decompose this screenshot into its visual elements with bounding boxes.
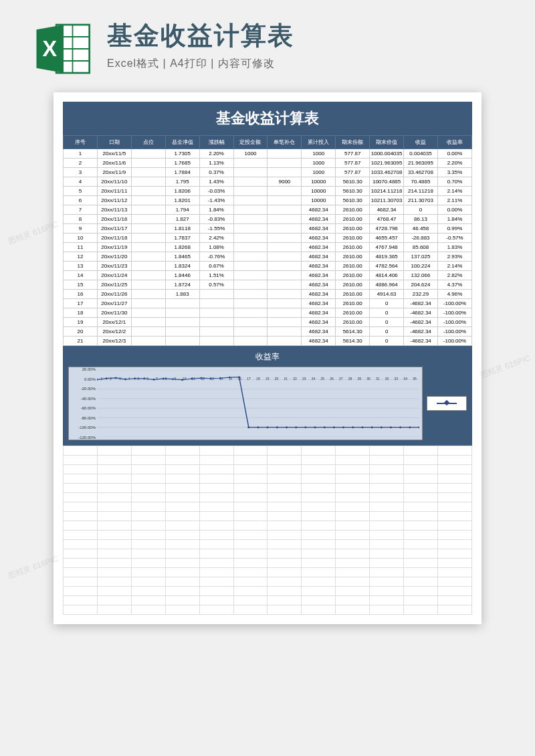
empty-cell (404, 596, 438, 605)
empty-cell (302, 549, 336, 559)
table-cell: 18 (64, 308, 98, 318)
empty-cell (302, 474, 336, 484)
table-cell (131, 196, 165, 205)
table-cell: 0.57% (199, 280, 233, 290)
svg-rect-16 (105, 377, 108, 379)
svg-rect-30 (238, 376, 241, 378)
table-cell: 46.458 (404, 224, 438, 233)
empty-cell (131, 605, 165, 615)
watermark: 图精灵 616PIC (6, 553, 60, 582)
empty-cell (233, 605, 268, 615)
table-cell (268, 168, 302, 177)
empty-cell (336, 465, 370, 474)
empty-cell (199, 465, 233, 474)
empty-cell (268, 540, 302, 549)
table-cell (131, 215, 165, 224)
table-cell: -100.00% (437, 327, 471, 337)
table-cell: 214.11218 (404, 187, 438, 196)
table-cell (268, 337, 302, 346)
table-cell: 4914.63 (370, 290, 404, 299)
empty-cell (131, 474, 165, 484)
empty-cell (131, 512, 165, 521)
empty-cell (336, 540, 370, 549)
data-table: 序号日期点位基金净值涨跌幅定投金额单笔补仓累计投入期末份额期末价值收益收益率 1… (63, 135, 472, 346)
empty-cell (233, 577, 268, 587)
table-cell: 10000 (302, 196, 336, 205)
table-cell (131, 168, 165, 177)
column-header: 日期 (97, 136, 131, 149)
svg-rect-28 (219, 377, 221, 379)
empty-cell (437, 587, 471, 596)
empty-cell (165, 446, 199, 456)
table-cell: 4682.34 (302, 224, 336, 233)
table-cell: 5 (64, 187, 98, 196)
empty-cell (199, 446, 233, 456)
table-cell: 20xx/12/3 (97, 337, 131, 346)
table-cell: 20xx/11/30 (97, 308, 131, 318)
empty-cell (199, 474, 233, 484)
table-cell: 1033.462708 (370, 168, 404, 177)
table-cell: 1.51% (199, 271, 233, 280)
table-cell (268, 243, 302, 252)
svg-rect-24 (181, 379, 184, 381)
table-row: 2120xx/12/34682.345614.300-4682.34-100.0… (64, 337, 472, 346)
table-cell: 1.7685 (165, 159, 199, 168)
table-cell (233, 187, 268, 196)
table-cell: 2610.00 (336, 271, 370, 280)
empty-cell (199, 493, 233, 502)
table-cell: 20xx/11/23 (97, 262, 131, 271)
table-cell: 9000 (268, 177, 302, 187)
empty-cell (199, 512, 233, 521)
table-cell: 33.462708 (404, 168, 438, 177)
table-cell: 20xx/11/20 (97, 252, 131, 262)
table-cell: 2610.00 (336, 243, 370, 252)
table-cell: 1.7305 (165, 149, 199, 159)
table-cell: 4682.34 (302, 318, 336, 327)
empty-cell (268, 587, 302, 596)
table-row: 1320xx/11/231.83240.67%4682.342610.00478… (64, 262, 472, 271)
empty-cell (97, 512, 131, 521)
table-row: 1020xx/11/181.78372.42%4682.342610.00465… (64, 233, 472, 243)
empty-cell (131, 531, 165, 540)
table-cell: 7 (64, 205, 98, 215)
empty-cell (199, 596, 233, 605)
table-cell: 1000 (302, 149, 336, 159)
table-cell: 10070.4885 (370, 177, 404, 187)
table-cell: 2 (64, 159, 98, 168)
table-cell (131, 280, 165, 290)
empty-cell (370, 493, 404, 502)
empty-cell (97, 484, 131, 493)
table-cell: 4682.34 (302, 205, 336, 215)
empty-cell (302, 540, 336, 549)
table-cell: 2.11% (437, 196, 471, 205)
empty-cell (199, 577, 233, 587)
table-cell: -4682.34 (404, 318, 438, 327)
table-cell: 1.84% (199, 205, 233, 215)
svg-rect-37 (304, 426, 307, 428)
empty-cell (131, 549, 165, 559)
empty-cell (302, 456, 336, 465)
table-cell (233, 280, 268, 290)
empty-cell (233, 446, 268, 456)
empty-cell (233, 540, 268, 549)
table-cell (199, 318, 233, 327)
table-cell (268, 252, 302, 262)
svg-rect-35 (285, 426, 288, 428)
table-cell: 20xx/11/11 (97, 187, 131, 196)
empty-cell (336, 596, 370, 605)
table-cell (165, 327, 199, 337)
empty-cell (404, 549, 438, 559)
column-header: 序号 (64, 136, 98, 149)
table-cell: 1000 (302, 168, 336, 177)
empty-cell (97, 568, 131, 577)
table-cell: 2610.00 (336, 215, 370, 224)
table-cell: 2.93% (437, 252, 471, 262)
table-cell: 1.8446 (165, 271, 199, 280)
table-cell: 1.7884 (165, 168, 199, 177)
column-header: 期末份额 (336, 136, 370, 149)
table-cell (268, 187, 302, 196)
table-cell: 19 (64, 318, 98, 327)
empty-cell (97, 596, 131, 605)
empty-cell (131, 446, 165, 456)
empty-cell (131, 540, 165, 549)
